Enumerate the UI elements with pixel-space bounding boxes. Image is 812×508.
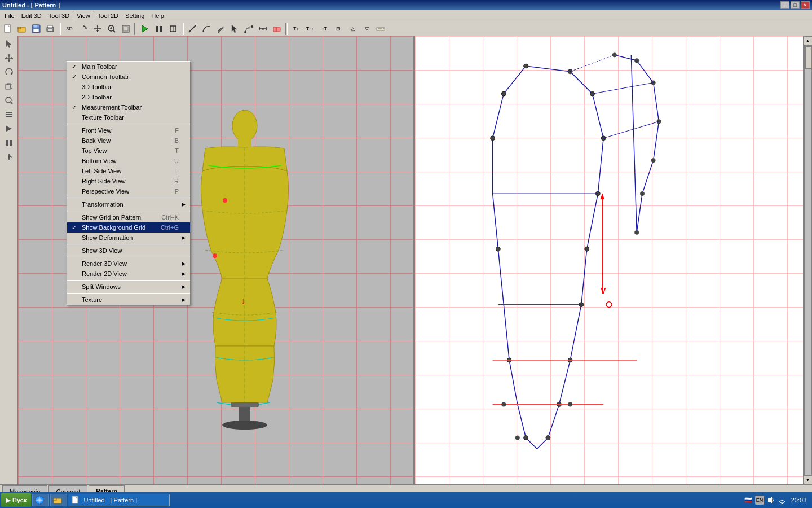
svg-point-95 — [634, 230, 639, 235]
menu-2d-toolbar[interactable]: 2D Toolbar — [67, 92, 190, 102]
menu-common-toolbar[interactable]: Common Toolbar — [67, 72, 190, 82]
maximize-button[interactable]: □ — [791, 1, 800, 9]
tray-flag: 🇷🇺 — [744, 496, 753, 505]
sidebar-btn-move[interactable] — [2, 51, 16, 65]
btn-2d1[interactable]: T↕ — [289, 23, 303, 35]
taskbar-app[interactable]: Untitled - [ Pattern ] — [68, 494, 170, 506]
menu-back-view[interactable]: Back View B — [67, 135, 190, 146]
sidebar-btn-select[interactable] — [2, 37, 16, 51]
svg-point-89 — [612, 52, 617, 57]
btn-sim2[interactable] — [152, 23, 166, 35]
menu-render-3d-view[interactable]: Render 3D View ▶ — [67, 259, 190, 269]
svg-rect-20 — [160, 26, 162, 32]
menu-show-bg-grid[interactable]: Show Background Grid Ctrl+G — [67, 222, 190, 233]
scroll-track[interactable] — [804, 45, 812, 475]
sidebar-btn-sim[interactable] — [2, 122, 16, 135]
tray-network — [778, 496, 787, 505]
scroll-up-button[interactable]: ▲ — [804, 36, 813, 45]
btn-new[interactable] — [1, 23, 15, 35]
close-button[interactable]: × — [801, 1, 810, 9]
btn-print[interactable] — [43, 23, 57, 35]
btn-2d4[interactable]: ⊞ — [332, 23, 345, 35]
menu-tool2d[interactable]: Tool 2D — [94, 11, 122, 20]
btn-2d3[interactable]: ↕T — [317, 23, 331, 35]
menu-show-3d-view[interactable]: Show 3D View — [67, 246, 190, 256]
taskbar-ie[interactable] — [32, 494, 49, 506]
sidebar-btn-rotate[interactable] — [2, 65, 16, 79]
btn-2d6[interactable]: ▽ — [360, 23, 373, 35]
svg-point-72 — [524, 64, 528, 68]
toolbar-group-sim — [138, 23, 180, 35]
sidebar-btn-zoom[interactable] — [2, 94, 16, 107]
btn-eraser[interactable] — [270, 23, 284, 35]
svg-point-85 — [491, 136, 495, 141]
btn-zoom[interactable] — [105, 23, 118, 35]
btn-rotate[interactable] — [77, 23, 90, 35]
btn-ruler[interactable] — [374, 23, 387, 35]
menu-view[interactable]: View — [73, 11, 94, 21]
sidebar-btn-3d[interactable] — [2, 80, 16, 93]
btn-2d5[interactable]: △ — [346, 23, 359, 35]
pattern-pieces: V — [415, 36, 803, 484]
btn-fit[interactable] — [119, 23, 133, 35]
svg-marker-45 — [11, 57, 13, 59]
menu-texture[interactable]: Texture ▶ — [67, 295, 190, 305]
btn-2d2[interactable]: T↔ — [303, 23, 317, 35]
menu-show-deformation[interactable]: Show Deformation ▶ — [67, 233, 190, 243]
menu-3d-toolbar[interactable]: 3D Toolbar — [67, 82, 190, 92]
btn-open[interactable] — [15, 23, 29, 35]
svg-marker-10 — [96, 25, 99, 27]
svg-marker-113 — [768, 497, 772, 503]
menu-texture-toolbar[interactable]: Texture Toolbar — [67, 112, 190, 122]
menu-show-grid-pattern[interactable]: Show Grid on Pattern Ctrl+K — [67, 212, 190, 222]
scroll-thumb[interactable] — [805, 46, 812, 69]
btn-line[interactable] — [186, 23, 199, 35]
menu-measurement-toolbar[interactable]: Measurement Toolbar — [67, 102, 190, 112]
menu-front-view[interactable]: Front View F — [67, 125, 190, 135]
tray-time[interactable]: 20:03 — [789, 496, 809, 505]
minimize-button[interactable]: _ — [780, 1, 789, 9]
menu-bar: File Edit 3D Tool 3D View Tool 2D Settin… — [0, 10, 812, 21]
tray-speaker[interactable] — [766, 496, 775, 505]
scroll-down-button[interactable]: ▼ — [804, 475, 813, 484]
menu-help[interactable]: Help — [148, 11, 167, 20]
btn-select[interactable] — [228, 23, 241, 35]
menu-edit3d[interactable]: Edit 3D — [18, 11, 45, 20]
menu-transformation[interactable]: Transformation ▶ — [67, 199, 190, 209]
btn-sim1[interactable] — [138, 23, 152, 35]
svg-point-105 — [501, 402, 506, 407]
svg-point-106 — [515, 436, 520, 440]
title-text: Untitled - [ Pattern ] — [2, 2, 60, 8]
sidebar-btn-stop[interactable] — [2, 136, 16, 150]
menu-setting[interactable]: Setting — [122, 11, 148, 20]
menu-main-toolbar[interactable]: Main Toolbar — [67, 62, 190, 72]
btn-3dview[interactable]: 3D — [63, 23, 76, 35]
btn-measure[interactable] — [256, 23, 270, 35]
menu-top-view[interactable]: Top View T — [67, 146, 190, 156]
svg-point-102 — [606, 302, 612, 308]
svg-line-97 — [593, 82, 654, 94]
svg-rect-112 — [72, 496, 78, 503]
btn-curve[interactable] — [200, 23, 213, 35]
menu-file[interactable]: File — [1, 11, 18, 20]
taskbar-folder[interactable] — [50, 494, 67, 506]
menu-right-side-view[interactable]: Right Side View R — [67, 176, 190, 186]
svg-rect-4 — [33, 25, 38, 28]
btn-pen[interactable] — [214, 23, 227, 35]
menu-perspective-view[interactable]: Perspective View P — [67, 186, 190, 196]
svg-line-23 — [189, 25, 196, 32]
btn-move[interactable] — [91, 23, 104, 35]
btn-sim3[interactable] — [166, 23, 180, 35]
sidebar-btn-step[interactable] — [2, 150, 16, 164]
start-button[interactable]: ▶ Пуск — [1, 493, 31, 507]
menu-left-side-view[interactable]: Left Side View L — [67, 166, 190, 176]
sidebar-btn-layers[interactable] — [2, 108, 16, 121]
menu-render-2d-view[interactable]: Render 2D View ▶ — [67, 269, 190, 279]
svg-line-49 — [10, 88, 12, 89]
btn-save[interactable] — [29, 23, 43, 35]
svg-rect-8 — [48, 29, 52, 31]
menu-bottom-view[interactable]: Bottom View U — [67, 156, 190, 166]
btn-node[interactable] — [242, 23, 255, 35]
menu-tool3d[interactable]: Tool 3D — [45, 11, 73, 20]
menu-split-windows[interactable]: Split Windows ▶ — [67, 282, 190, 292]
